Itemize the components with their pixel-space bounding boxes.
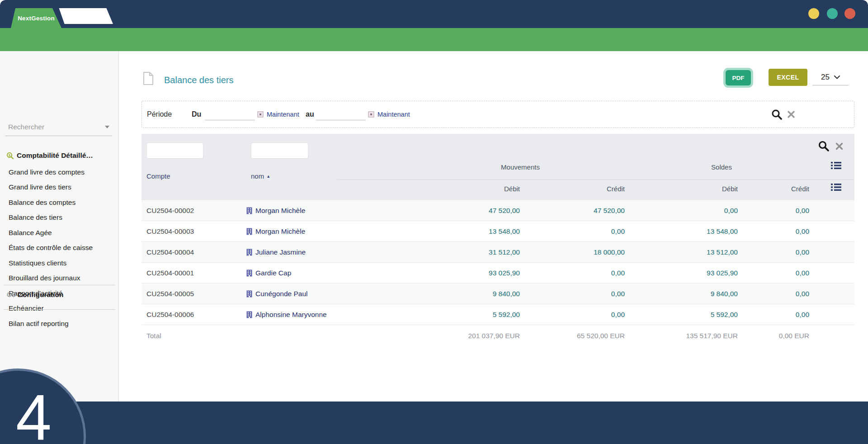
tier-name-link[interactable]: Gardie Cap [255, 269, 291, 277]
chevron-down-icon [105, 126, 109, 128]
tier-name-link[interactable]: Alphonsine Maryvonne [255, 311, 327, 319]
calendar-icon[interactable] [257, 111, 264, 118]
pdf-button[interactable]: PDF [726, 70, 751, 85]
sidebar-item-10[interactable]: Echéancier [0, 301, 119, 316]
compte-filter-input[interactable] [146, 142, 203, 159]
cell-mvt-debit: 5 592,00 [411, 311, 524, 319]
date-to-label: au [306, 110, 314, 118]
cell-nom[interactable]: Gardie Cap [246, 269, 411, 277]
page-size-select[interactable]: 25 [812, 69, 849, 85]
cell-solde-credit: 0,00 [742, 269, 814, 277]
cell-mvt-credit: 47 520,00 [524, 207, 629, 215]
sidebar-item-5[interactable]: Balance Agée [0, 225, 119, 241]
minimize-button[interactable] [808, 8, 819, 19]
sidebar-item-4[interactable]: Balance des tiers [0, 210, 119, 226]
sidebar-item-11[interactable]: Bilan actif reporting [0, 316, 119, 331]
close-button[interactable] [844, 8, 855, 19]
document-icon [143, 72, 154, 85]
group-header-mouvements: Mouvements [411, 163, 629, 171]
configuration-label: Configuration [18, 291, 64, 299]
building-icon [246, 311, 252, 318]
sidebar-search-input[interactable]: Rechercher [5, 120, 112, 136]
excel-button[interactable]: EXCEL [769, 69, 807, 86]
date-from-input[interactable] [205, 108, 255, 120]
table-row[interactable]: CU2504-00003 Morgan Michèle 13 548,00 0,… [142, 221, 854, 242]
column-header-solde-credit[interactable]: Crédit [719, 185, 809, 193]
header-divider [337, 179, 854, 180]
cell-mvt-credit: 0,00 [524, 290, 629, 298]
cell-mvt-debit: 93 025,90 [411, 269, 524, 277]
building-icon [246, 269, 252, 277]
page-header: Balance des tiers PDF EXCEL 25 [119, 51, 868, 92]
cell-mvt-debit: 13 548,00 [411, 227, 524, 236]
column-header-compte[interactable]: Compte [146, 172, 170, 180]
total-label: Total [142, 332, 246, 340]
cell-solde-credit: 0,00 [742, 311, 814, 319]
date-to-input[interactable] [316, 108, 366, 120]
svg-text:$: $ [9, 153, 11, 157]
tier-name-link[interactable]: Juliane Jasmine [255, 248, 306, 256]
column-header-nom[interactable]: nom ▲ [251, 172, 270, 180]
column-list-icon[interactable] [830, 161, 842, 170]
calendar-icon[interactable] [368, 111, 374, 118]
search-icon[interactable] [818, 140, 830, 152]
column-header-mvt-credit[interactable]: Crédit [534, 185, 625, 193]
gears-icon: ⚙⚙ [6, 291, 15, 299]
sidebar-item-6[interactable]: États de contrôle de caisse [0, 241, 119, 256]
table-row[interactable]: CU2504-00002 Morgan Michèle 47 520,00 47… [142, 200, 854, 221]
step-badge-number: 4 [16, 385, 52, 444]
sidebar-item-1[interactable]: Grand livre des comptes [0, 165, 119, 180]
sidebar-item-8[interactable]: Brouillard des journaux [0, 271, 119, 286]
cell-nom[interactable]: Juliane Jasmine [246, 248, 411, 256]
cell-nom[interactable]: Cunégonde Paul [246, 290, 411, 298]
sidebar-item-configuration[interactable]: ⚙⚙ Configuration [6, 291, 64, 299]
clear-icon[interactable] [835, 142, 844, 151]
sidebar-section-comptabilite[interactable]: $ Comptabilité Détaillé… [6, 151, 115, 160]
cell-solde-credit: 0,00 [742, 248, 814, 256]
maintenant-to-link[interactable]: Maintenant [377, 111, 410, 118]
cell-nom[interactable]: Morgan Michèle [246, 207, 411, 215]
main-content: Balance des tiers PDF EXCEL 25 Période D… [119, 51, 868, 401]
table-row[interactable]: CU2504-00005 Cunégonde Paul 9 840,00 0,0… [142, 283, 854, 304]
table-row[interactable]: CU2504-00001 Gardie Cap 93 025,90 0,00 9… [142, 263, 854, 283]
periode-label: Période [147, 110, 172, 118]
table-row[interactable]: CU2504-00006 Alphonsine Maryvonne 5 592,… [142, 304, 854, 325]
column-header-mvt-debit[interactable]: Débit [411, 185, 520, 193]
tier-name-link[interactable]: Morgan Michèle [255, 227, 305, 236]
cell-solde-debit: 9 840,00 [629, 290, 742, 298]
sidebar-item-7[interactable]: Statistiques clients [0, 255, 119, 271]
column-list-icon[interactable] [830, 183, 842, 192]
page-size-value: 25 [821, 73, 830, 82]
cell-solde-debit: 13 512,00 [629, 248, 742, 256]
nom-filter-input[interactable] [251, 142, 308, 159]
nom-header-label: nom [251, 172, 264, 180]
cell-mvt-credit: 18 000,00 [524, 248, 629, 256]
cell-nom[interactable]: Morgan Michèle [246, 227, 411, 236]
brand-tab[interactable]: NextGestion [11, 8, 61, 28]
balance-table: Mouvements Soldes Compte nom ▲ Débit Cré… [142, 134, 854, 346]
secondary-tab[interactable] [58, 8, 113, 24]
clear-icon[interactable] [787, 110, 795, 118]
cell-compte: CU2504-00003 [142, 227, 246, 236]
table-row[interactable]: CU2504-00004 Juliane Jasmine 31 512,00 1… [142, 242, 854, 263]
tier-name-link[interactable]: Cunégonde Paul [255, 290, 308, 298]
maintenant-from-link[interactable]: Maintenant [267, 111, 299, 118]
total-solde-credit: 0,00 EUR [742, 332, 814, 340]
restore-button[interactable] [827, 8, 838, 19]
title-bar: NextGestion [0, 0, 868, 28]
money-search-icon: $ [6, 152, 14, 160]
cell-nom[interactable]: Alphonsine Maryvonne [246, 311, 411, 319]
cell-solde-debit: 0,00 [629, 207, 742, 215]
search-icon[interactable] [771, 109, 783, 120]
cell-mvt-credit: 0,00 [524, 269, 629, 277]
sidebar-divider [4, 309, 115, 310]
sidebar-item-2[interactable]: Grand livre des tiers [0, 180, 119, 195]
tier-name-link[interactable]: Morgan Michèle [255, 207, 305, 215]
cell-solde-debit: 13 548,00 [629, 227, 742, 236]
cell-mvt-debit: 31 512,00 [411, 248, 524, 256]
cell-solde-debit: 93 025,90 [629, 269, 742, 277]
sidebar-item-3[interactable]: Balance des comptes [0, 195, 119, 210]
sidebar-menu: Grand livre des comptes Grand livre des … [0, 165, 119, 331]
cell-compte: CU2504-00005 [142, 290, 246, 298]
total-mvt-credit: 65 520,00 EUR [524, 332, 629, 340]
